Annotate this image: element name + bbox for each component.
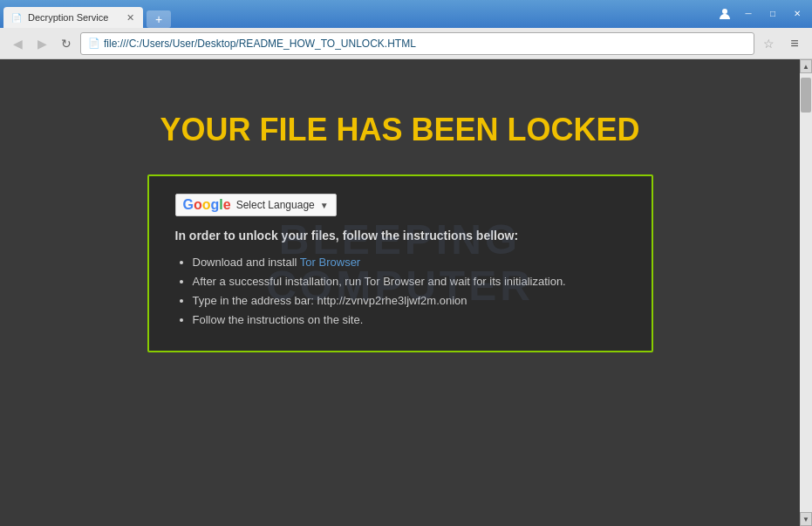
tor-browser-link[interactable]: Tor Browser xyxy=(300,256,360,269)
forward-button[interactable]: ▶ xyxy=(31,33,52,54)
scroll-up-button[interactable]: ▲ xyxy=(800,59,812,73)
scroll-down-button[interactable]: ▼ xyxy=(800,512,812,526)
scrollbar: ▲ ▼ xyxy=(800,59,812,526)
page-area: YOUR FILE HAS BEEN LOCKED BLEEPING COMPU… xyxy=(0,59,800,526)
tab-close-button[interactable]: ✕ xyxy=(125,12,136,24)
instruction-list: Download and install Tor Browser After a… xyxy=(175,253,625,330)
new-tab-button[interactable]: + xyxy=(147,10,171,28)
maximize-button[interactable]: □ xyxy=(761,5,784,21)
google-translate-widget[interactable]: Google Select Language ▼ xyxy=(175,194,337,216)
window-controls: ─ □ ✕ xyxy=(716,5,809,23)
profile-icon[interactable] xyxy=(716,5,734,23)
minimize-button[interactable]: ─ xyxy=(737,5,760,21)
instruction-text-4: Follow the instructions on the site. xyxy=(193,313,364,326)
refresh-button[interactable]: ↻ xyxy=(56,33,77,54)
back-button[interactable]: ◀ xyxy=(7,33,28,54)
browser-content: YOUR FILE HAS BEEN LOCKED BLEEPING COMPU… xyxy=(0,59,812,526)
instruction-heading: In order to unlock your files, follow th… xyxy=(175,229,625,243)
svg-point-0 xyxy=(722,9,727,14)
instruction-text-3: Type in the address bar: http://zvnvp2rh… xyxy=(193,294,467,307)
close-button[interactable]: ✕ xyxy=(786,5,809,21)
google-logo: Google xyxy=(183,197,231,213)
content-box: BLEEPING COMPUTER Google Select Language… xyxy=(147,174,653,352)
tab-favicon: 📄 xyxy=(10,11,23,24)
menu-button[interactable]: ≡ xyxy=(784,33,805,54)
tab-area: 📄 Decryption Service ✕ + xyxy=(3,0,171,28)
address-icon: 📄 xyxy=(88,38,100,49)
tab-title: Decryption Service xyxy=(28,12,119,23)
list-item: Type in the address bar: http://zvnvp2rh… xyxy=(193,291,625,311)
list-item: Download and install Tor Browser xyxy=(193,253,625,272)
list-item: Follow the instructions on the site. xyxy=(193,311,625,330)
nav-bar: ◀ ▶ ↻ 📄 file:///C:/Users/User/Desktop/RE… xyxy=(0,28,812,59)
translate-dropdown-arrow[interactable]: ▼ xyxy=(320,201,329,210)
instruction-text-2: After a successful installation, run Tor… xyxy=(193,275,566,288)
main-heading: YOUR FILE HAS BEEN LOCKED xyxy=(160,112,639,148)
scroll-track[interactable] xyxy=(800,73,812,512)
title-bar: 📄 Decryption Service ✕ + ─ □ ✕ xyxy=(0,0,812,28)
list-item: After a successful installation, run Tor… xyxy=(193,272,625,291)
bookmark-button[interactable]: ☆ xyxy=(758,33,779,54)
translate-label: Select Language xyxy=(236,199,315,211)
scroll-thumb[interactable] xyxy=(801,78,811,113)
browser-tab[interactable]: 📄 Decryption Service ✕ xyxy=(3,7,143,28)
address-bar[interactable]: 📄 file:///C:/Users/User/Desktop/README_H… xyxy=(80,32,754,55)
instruction-text-1-before: Download and install xyxy=(193,256,300,269)
address-text: file:///C:/Users/User/Desktop/README_HOW… xyxy=(104,38,747,50)
